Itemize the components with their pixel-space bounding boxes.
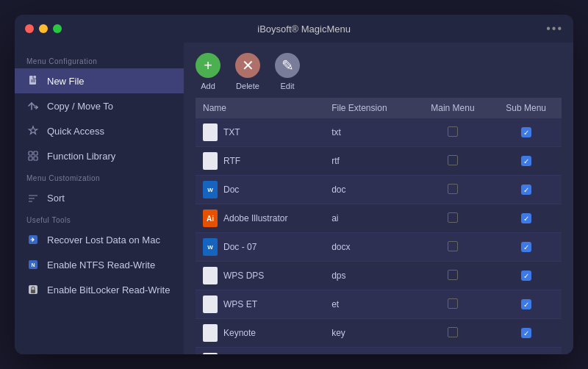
table-row[interactable]: Markdown md✓ bbox=[196, 348, 562, 355]
minimize-button[interactable] bbox=[39, 24, 48, 33]
table-row[interactable]: WPS DPS dps✓ bbox=[196, 262, 562, 290]
cell-main-menu[interactable] bbox=[415, 262, 491, 290]
close-button[interactable] bbox=[25, 24, 34, 33]
file-name: Doc bbox=[223, 184, 239, 195]
file-type-icon: W bbox=[203, 181, 218, 198]
sidebar-item-ntfs[interactable]: N Enable NTFS Read-Write bbox=[15, 252, 184, 277]
cell-sub-menu[interactable]: ✓ bbox=[490, 176, 562, 204]
cell-name: Ai Adobe Illustrator bbox=[196, 204, 324, 233]
sidebar-item-quick-access-label: Quick Access bbox=[47, 126, 104, 137]
add-button[interactable]: + Add bbox=[196, 53, 220, 90]
sidebar-item-new-file[interactable]: New File bbox=[15, 68, 184, 93]
table-row[interactable]: TXT txt✓ bbox=[196, 118, 562, 147]
file-type-icon bbox=[203, 152, 218, 170]
cell-main-menu[interactable] bbox=[415, 118, 491, 147]
cell-ext: md bbox=[324, 348, 415, 355]
cell-name: Keynote bbox=[196, 319, 324, 348]
checkbox-empty[interactable] bbox=[448, 184, 458, 194]
main-area: + Add ✕ Delete ✎ Edit Name bbox=[184, 43, 573, 354]
cell-sub-menu[interactable]: ✓ bbox=[490, 204, 562, 233]
titlebar: iBoysoft® MagicMenu ••• bbox=[15, 15, 573, 43]
svg-rect-8 bbox=[34, 151, 37, 155]
cell-sub-menu[interactable]: ✓ bbox=[490, 348, 562, 355]
cell-sub-menu[interactable]: ✓ bbox=[490, 290, 562, 319]
checkbox-checked[interactable]: ✓ bbox=[521, 184, 531, 195]
checkbox-checked[interactable]: ✓ bbox=[521, 127, 531, 137]
sidebar-item-copy-move-label: Copy / Move To bbox=[47, 101, 113, 112]
cell-main-menu[interactable] bbox=[415, 233, 491, 262]
cell-sub-menu[interactable]: ✓ bbox=[490, 233, 562, 262]
sidebar-item-bitlocker-label: Enable BitLocker Read-Write bbox=[47, 284, 170, 295]
cell-sub-menu[interactable]: ✓ bbox=[490, 262, 562, 290]
maximize-button[interactable] bbox=[53, 24, 62, 33]
edit-button-icon: ✎ bbox=[275, 53, 300, 78]
checkbox-checked[interactable]: ✓ bbox=[521, 156, 531, 166]
table-row[interactable]: WPS ET et✓ bbox=[196, 290, 562, 319]
svg-rect-7 bbox=[29, 151, 32, 155]
cell-sub-menu[interactable]: ✓ bbox=[490, 147, 562, 176]
checkbox-checked[interactable]: ✓ bbox=[521, 299, 531, 309]
checkbox-checked[interactable]: ✓ bbox=[521, 271, 531, 281]
file-name: Keynote bbox=[223, 328, 256, 338]
cell-main-menu[interactable] bbox=[415, 290, 491, 319]
add-button-label: Add bbox=[201, 82, 215, 90]
delete-button[interactable]: ✕ Delete bbox=[235, 53, 260, 90]
checkbox-empty[interactable] bbox=[448, 212, 458, 223]
sidebar-item-bitlocker[interactable]: Enable BitLocker Read-Write bbox=[15, 277, 184, 302]
sidebar-item-function-library-label: Function Library bbox=[47, 151, 115, 162]
file-name: Doc - 07 bbox=[223, 242, 257, 252]
checkbox-checked[interactable]: ✓ bbox=[521, 213, 531, 223]
cell-ext: docx bbox=[324, 233, 415, 262]
copy-icon bbox=[26, 99, 40, 112]
cell-name: RTF bbox=[196, 147, 324, 176]
file-type-icon bbox=[203, 353, 218, 354]
cell-main-menu[interactable] bbox=[415, 176, 491, 204]
file-type-icon bbox=[203, 123, 218, 141]
checkbox-empty[interactable] bbox=[448, 155, 458, 165]
sidebar-item-function-library[interactable]: Function Library bbox=[15, 143, 184, 168]
sidebar-item-sort[interactable]: Sort bbox=[15, 185, 184, 210]
svg-rect-9 bbox=[29, 157, 32, 160]
sidebar-item-recover-data[interactable]: Recover Lost Data on Mac bbox=[15, 227, 184, 252]
col-name: Name bbox=[196, 98, 324, 118]
cell-sub-menu[interactable]: ✓ bbox=[490, 118, 562, 147]
sidebar-item-quick-access[interactable]: Quick Access bbox=[15, 118, 184, 143]
cell-ext: dps bbox=[324, 262, 415, 290]
cell-name: WPS ET bbox=[196, 290, 324, 319]
cell-name: Markdown bbox=[196, 348, 324, 355]
checkbox-checked[interactable]: ✓ bbox=[521, 328, 531, 338]
delete-button-label: Delete bbox=[236, 82, 259, 90]
delete-button-icon: ✕ bbox=[235, 53, 260, 78]
file-type-icon: W bbox=[203, 238, 218, 256]
cell-name: TXT bbox=[196, 118, 324, 147]
cell-main-menu[interactable] bbox=[415, 204, 491, 233]
cell-ext: key bbox=[324, 319, 415, 348]
table-row[interactable]: W Doc doc✓ bbox=[196, 176, 562, 204]
checkbox-empty[interactable] bbox=[448, 298, 458, 309]
cell-name: W Doc bbox=[196, 176, 324, 204]
cell-main-menu[interactable] bbox=[415, 319, 491, 348]
edit-button[interactable]: ✎ Edit bbox=[275, 53, 300, 90]
sidebar-item-sort-label: Sort bbox=[47, 193, 65, 204]
cell-main-menu[interactable] bbox=[415, 147, 491, 176]
table-row[interactable]: Keynote key✓ bbox=[196, 319, 562, 348]
cell-sub-menu[interactable]: ✓ bbox=[490, 319, 562, 348]
checkbox-empty[interactable] bbox=[448, 270, 458, 280]
checkbox-empty[interactable] bbox=[448, 327, 458, 337]
table-row[interactable]: W Doc - 07 docx✓ bbox=[196, 233, 562, 262]
svg-rect-18 bbox=[31, 290, 35, 293]
file-name: WPS ET bbox=[223, 299, 257, 309]
checkbox-empty[interactable] bbox=[448, 241, 458, 251]
cell-main-menu[interactable] bbox=[415, 348, 491, 355]
file-name: TXT bbox=[223, 127, 240, 137]
grid-icon bbox=[26, 149, 40, 162]
sidebar-item-copy-move[interactable]: Copy / Move To bbox=[15, 93, 184, 118]
checkbox-checked[interactable]: ✓ bbox=[521, 242, 531, 252]
file-type-icon bbox=[203, 324, 218, 342]
table-row[interactable]: Ai Adobe Illustrator ai✓ bbox=[196, 204, 562, 233]
menu-config-label: Menu Configuration bbox=[15, 51, 184, 68]
col-main: Main Menu bbox=[415, 98, 491, 118]
file-table-container: Name File Extension Main Menu Sub Menu T… bbox=[184, 98, 573, 354]
table-row[interactable]: RTF rtf✓ bbox=[196, 147, 562, 176]
checkbox-empty[interactable] bbox=[448, 126, 458, 137]
